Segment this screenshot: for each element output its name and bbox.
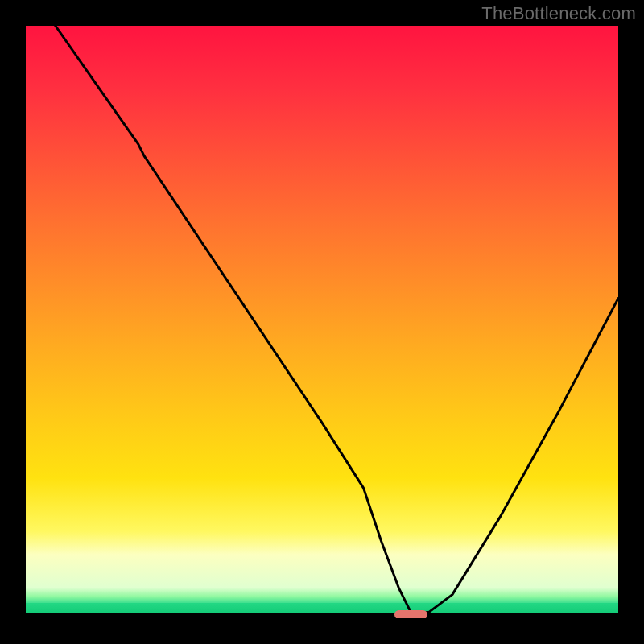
plot-area	[26, 26, 618, 618]
watermark-text: TheBottleneck.com	[481, 3, 636, 24]
curve-path	[26, 26, 618, 613]
bottleneck-curve	[26, 26, 618, 618]
optimal-point-marker	[394, 610, 427, 618]
chart-frame: TheBottleneck.com	[0, 0, 644, 644]
